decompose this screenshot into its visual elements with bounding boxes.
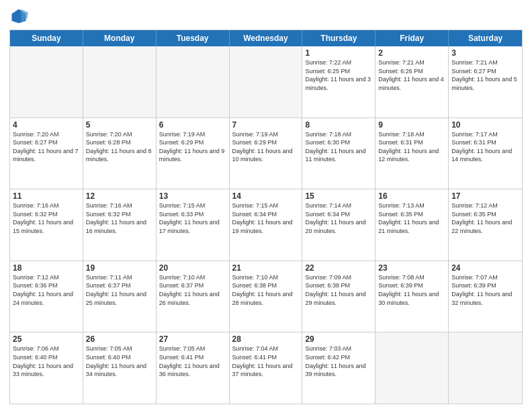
day-number: 29 [305,334,372,344]
calendar-cell: 26Sunrise: 7:05 AM Sunset: 6:40 PM Dayli… [83,332,157,404]
header [9,7,523,26]
day-number: 19 [86,263,153,273]
day-info: Sunrise: 7:07 AM Sunset: 6:39 PM Dayligh… [451,273,519,307]
logo [9,7,31,26]
day-info: Sunrise: 7:15 AM Sunset: 6:33 PM Dayligh… [159,201,226,235]
calendar-cell: 11Sunrise: 7:16 AM Sunset: 6:32 PM Dayli… [10,189,83,261]
calendar-week-5: 25Sunrise: 7:06 AM Sunset: 6:40 PM Dayli… [10,332,522,404]
logo-icon [9,7,28,26]
day-number: 17 [451,191,519,201]
calendar-cell [449,332,522,404]
header-day-saturday: Saturday [449,30,522,46]
day-info: Sunrise: 7:05 AM Sunset: 6:41 PM Dayligh… [159,345,226,378]
calendar-cell: 16Sunrise: 7:13 AM Sunset: 6:35 PM Dayli… [375,189,449,261]
calendar-cell [375,332,449,404]
day-info: Sunrise: 7:20 AM Sunset: 6:28 PM Dayligh… [86,130,153,164]
day-number: 8 [305,120,372,130]
calendar-cell: 6Sunrise: 7:19 AM Sunset: 6:29 PM Daylig… [157,118,230,189]
calendar-cell: 17Sunrise: 7:12 AM Sunset: 6:35 PM Dayli… [449,189,522,261]
calendar-cell: 3Sunrise: 7:21 AM Sunset: 6:27 PM Daylig… [449,46,522,118]
day-number: 21 [232,263,300,273]
calendar-week-1: 1Sunrise: 7:22 AM Sunset: 6:25 PM Daylig… [10,46,522,118]
calendar-cell: 8Sunrise: 7:18 AM Sunset: 6:30 PM Daylig… [302,118,375,189]
day-number: 27 [159,334,226,344]
day-info: Sunrise: 7:22 AM Sunset: 6:25 PM Dayligh… [305,58,372,92]
calendar-cell: 22Sunrise: 7:09 AM Sunset: 6:38 PM Dayli… [302,261,375,332]
day-info: Sunrise: 7:08 AM Sunset: 6:39 PM Dayligh… [378,273,445,307]
calendar-cell: 25Sunrise: 7:06 AM Sunset: 6:40 PM Dayli… [10,332,83,404]
day-number: 22 [305,263,372,273]
calendar-week-4: 18Sunrise: 7:12 AM Sunset: 6:36 PM Dayli… [10,261,522,333]
day-info: Sunrise: 7:09 AM Sunset: 6:38 PM Dayligh… [305,273,372,307]
day-info: Sunrise: 7:19 AM Sunset: 6:29 PM Dayligh… [232,130,300,164]
calendar-cell: 4Sunrise: 7:20 AM Sunset: 6:27 PM Daylig… [10,118,83,189]
day-info: Sunrise: 7:15 AM Sunset: 6:34 PM Dayligh… [232,201,300,235]
calendar-cell: 24Sunrise: 7:07 AM Sunset: 6:39 PM Dayli… [449,261,522,332]
day-number: 2 [378,48,445,58]
day-info: Sunrise: 7:10 AM Sunset: 6:38 PM Dayligh… [232,273,300,307]
day-number: 4 [13,120,80,130]
page: SundayMondayTuesdayWednesdayThursdayFrid… [0,0,532,411]
day-number: 26 [86,334,153,344]
calendar-cell: 21Sunrise: 7:10 AM Sunset: 6:38 PM Dayli… [230,261,303,332]
day-info: Sunrise: 7:12 AM Sunset: 6:35 PM Dayligh… [451,201,519,235]
day-info: Sunrise: 7:20 AM Sunset: 6:27 PM Dayligh… [13,130,80,164]
calendar-cell: 23Sunrise: 7:08 AM Sunset: 6:39 PM Dayli… [375,261,449,332]
day-number: 6 [159,120,226,130]
day-info: Sunrise: 7:12 AM Sunset: 6:36 PM Dayligh… [13,273,80,307]
header-day-thursday: Thursday [302,30,375,46]
day-info: Sunrise: 7:05 AM Sunset: 6:40 PM Dayligh… [86,345,153,378]
day-number: 10 [451,120,519,130]
header-day-tuesday: Tuesday [157,30,230,46]
calendar-cell: 18Sunrise: 7:12 AM Sunset: 6:36 PM Dayli… [10,261,83,332]
calendar-cell: 10Sunrise: 7:17 AM Sunset: 6:31 PM Dayli… [449,118,522,189]
calendar-cell [157,46,230,118]
day-number: 13 [159,191,226,201]
day-number: 14 [232,191,300,201]
day-number: 23 [378,263,445,273]
day-info: Sunrise: 7:11 AM Sunset: 6:37 PM Dayligh… [86,273,153,307]
day-number: 7 [232,120,300,130]
day-number: 18 [13,263,80,273]
day-info: Sunrise: 7:10 AM Sunset: 6:37 PM Dayligh… [159,273,226,307]
day-info: Sunrise: 7:18 AM Sunset: 6:31 PM Dayligh… [378,130,445,164]
day-number: 1 [305,48,372,58]
day-number: 24 [451,263,519,273]
header-day-friday: Friday [375,30,449,46]
day-info: Sunrise: 7:13 AM Sunset: 6:35 PM Dayligh… [378,201,445,235]
calendar-cell: 27Sunrise: 7:05 AM Sunset: 6:41 PM Dayli… [157,332,230,404]
calendar-header-row: SundayMondayTuesdayWednesdayThursdayFrid… [10,30,522,46]
calendar: SundayMondayTuesdayWednesdayThursdayFrid… [9,30,523,404]
day-info: Sunrise: 7:16 AM Sunset: 6:32 PM Dayligh… [86,201,153,235]
calendar-cell: 1Sunrise: 7:22 AM Sunset: 6:25 PM Daylig… [302,46,375,118]
day-info: Sunrise: 7:21 AM Sunset: 6:27 PM Dayligh… [451,58,519,92]
day-number: 15 [305,191,372,201]
day-info: Sunrise: 7:19 AM Sunset: 6:29 PM Dayligh… [159,130,226,164]
day-number: 20 [159,263,226,273]
day-number: 12 [86,191,153,201]
calendar-cell: 5Sunrise: 7:20 AM Sunset: 6:28 PM Daylig… [83,118,157,189]
calendar-cell: 12Sunrise: 7:16 AM Sunset: 6:32 PM Dayli… [83,189,157,261]
day-number: 11 [13,191,80,201]
calendar-body: 1Sunrise: 7:22 AM Sunset: 6:25 PM Daylig… [10,46,522,404]
header-day-sunday: Sunday [10,30,83,46]
day-info: Sunrise: 7:03 AM Sunset: 6:42 PM Dayligh… [305,345,372,378]
calendar-cell: 28Sunrise: 7:04 AM Sunset: 6:41 PM Dayli… [230,332,303,404]
day-number: 5 [86,120,153,130]
calendar-cell: 14Sunrise: 7:15 AM Sunset: 6:34 PM Dayli… [230,189,303,261]
calendar-cell: 29Sunrise: 7:03 AM Sunset: 6:42 PM Dayli… [302,332,375,404]
header-day-wednesday: Wednesday [230,30,303,46]
day-info: Sunrise: 7:14 AM Sunset: 6:34 PM Dayligh… [305,201,372,235]
day-number: 3 [451,48,519,58]
header-day-monday: Monday [83,30,157,46]
day-info: Sunrise: 7:06 AM Sunset: 6:40 PM Dayligh… [13,345,80,378]
calendar-week-2: 4Sunrise: 7:20 AM Sunset: 6:27 PM Daylig… [10,118,522,190]
day-number: 16 [378,191,445,201]
day-info: Sunrise: 7:18 AM Sunset: 6:30 PM Dayligh… [305,130,372,164]
day-number: 25 [13,334,80,344]
calendar-cell: 13Sunrise: 7:15 AM Sunset: 6:33 PM Dayli… [157,189,230,261]
calendar-week-3: 11Sunrise: 7:16 AM Sunset: 6:32 PM Dayli… [10,189,522,261]
day-info: Sunrise: 7:21 AM Sunset: 6:26 PM Dayligh… [378,58,445,92]
day-info: Sunrise: 7:16 AM Sunset: 6:32 PM Dayligh… [13,201,80,235]
day-info: Sunrise: 7:17 AM Sunset: 6:31 PM Dayligh… [451,130,519,164]
